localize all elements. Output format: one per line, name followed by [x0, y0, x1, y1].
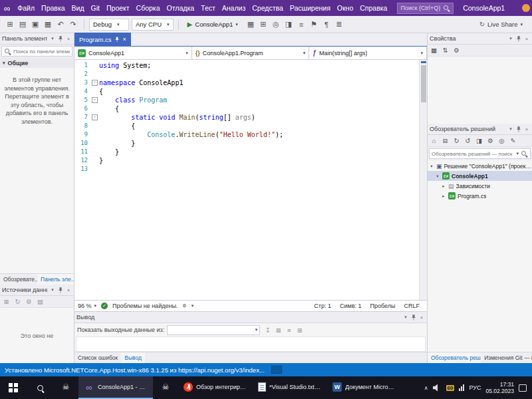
code-line[interactable]: 10 } — [74, 139, 419, 148]
code-line[interactable]: 12} — [74, 156, 419, 165]
code-editor[interactable]: 1using System;23-namespace ConsoleApp14{… — [74, 60, 427, 300]
notification-badge-icon[interactable] — [522, 4, 530, 12]
redo-icon[interactable]: ↷ — [67, 19, 79, 31]
chevron-up-icon[interactable]: ∧ — [424, 385, 428, 391]
clear-all-icon[interactable]: ⊠ — [273, 325, 283, 335]
menu-item[interactable]: Расширения — [287, 0, 334, 16]
tab-server-explorer[interactable]: Обозревате... — [0, 274, 37, 285]
code-line[interactable]: 13 — [74, 165, 419, 174]
expand-arrow-icon[interactable]: ▸ — [441, 194, 446, 199]
code-line[interactable]: 6 { — [74, 104, 419, 113]
scrollbar-thumb[interactable] — [421, 65, 426, 102]
chevron-down-icon[interactable]: ▾ — [49, 36, 56, 41]
taskbar-item[interactable]: WДокумент Microso... — [327, 376, 402, 399]
menu-item[interactable]: Отладка — [164, 0, 198, 16]
expand-arrow-icon[interactable]: ▸ — [441, 184, 446, 189]
comment-icon[interactable]: ¶ — [321, 19, 332, 31]
menu-item[interactable]: Средства — [249, 0, 287, 16]
tree-item[interactable]: ▾C#ConsoleApp1 — [428, 171, 532, 181]
taskbar-search-button[interactable] — [27, 376, 53, 399]
gear-icon[interactable]: ⚙ — [182, 303, 186, 309]
menu-item[interactable]: Справка — [356, 0, 390, 16]
home-icon[interactable]: ⌂ — [429, 136, 439, 146]
taskbar-item[interactable]: ☠ — [53, 376, 78, 399]
action-center-icon[interactable] — [519, 384, 527, 392]
tab-toolbox[interactable]: Панель эле... — [37, 274, 74, 285]
menu-item[interactable]: Правка — [38, 0, 68, 16]
language-indicator[interactable]: РУС — [469, 384, 481, 391]
menu-item[interactable]: Окно — [334, 0, 356, 16]
spaces-indicator[interactable]: Пробелы — [370, 303, 396, 309]
zoom-control[interactable]: 96 % ▾ — [78, 303, 96, 309]
volume-icon[interactable] — [433, 384, 442, 392]
show-all-files-icon[interactable]: ◨ — [474, 136, 484, 146]
test-explorer-icon[interactable]: ⊞ — [257, 19, 269, 31]
toggle-panel-icon[interactable]: ⊞ — [295, 325, 305, 335]
tab-git-changes[interactable]: Изменения Git — п... — [481, 352, 532, 363]
properties-toggle-icon[interactable]: ≡ — [295, 19, 307, 31]
undo-icon[interactable]: ↶ — [55, 19, 66, 31]
fold-toggle-icon[interactable]: - — [92, 114, 98, 120]
quick-search-box[interactable]: Поиск (Ctrl+Q) — [397, 3, 454, 14]
goto-message-icon[interactable]: ↧ — [263, 325, 273, 335]
live-share-button[interactable]: ↻ Live Share ▾ — [474, 21, 528, 28]
find-in-files-icon[interactable]: ◎ — [270, 19, 282, 31]
code-line[interactable]: 3-namespace ConsoleApp1 — [74, 78, 419, 87]
save-all-icon[interactable]: ▦ — [42, 19, 54, 31]
tab-solution-explorer[interactable]: Обозреватель реше... — [428, 352, 481, 363]
chevron-down-icon[interactable]: ▾ — [507, 36, 514, 41]
close-icon[interactable]: × — [123, 36, 126, 43]
battery-indicator[interactable]: 60 — [446, 385, 455, 391]
chevron-down-icon[interactable]: ▾ — [507, 126, 514, 132]
categorized-icon[interactable]: ▦ — [429, 45, 439, 55]
add-data-source-icon[interactable]: ⊞ — [1, 297, 11, 307]
pin-icon[interactable] — [115, 37, 120, 42]
fold-toggle-icon[interactable]: - — [92, 80, 98, 86]
start-debugging-button[interactable]: ▶ ConsoleApp1 ▾ — [184, 19, 242, 31]
toolbox-section-general[interactable]: ▾ Общие — [0, 58, 74, 68]
pin-icon[interactable] — [58, 36, 63, 42]
save-icon[interactable]: ▣ — [29, 19, 41, 31]
preview-icon[interactable]: ◎ — [497, 136, 507, 146]
expand-arrow-icon[interactable]: ▾ — [435, 174, 440, 179]
type-dropdown[interactable]: {} ConsoleApp1.Program ▾ — [192, 47, 310, 59]
pin-icon[interactable] — [516, 36, 521, 42]
debug-tool-icon[interactable]: ▦ — [245, 19, 257, 31]
toolbox-search-input[interactable]: Поиск по панели элемен — [1, 46, 72, 57]
editor-scrollbar[interactable] — [419, 60, 427, 300]
property-pages-icon[interactable]: ⚙ — [452, 45, 462, 55]
properties-icon[interactable]: ⚙ — [485, 136, 495, 146]
output-content[interactable] — [76, 336, 426, 352]
configuration-dropdown[interactable]: Debug ▾ — [89, 19, 129, 31]
output-source-dropdown[interactable]: ▾ — [167, 325, 260, 335]
refresh-icon[interactable]: ↺ — [463, 136, 473, 146]
taskbar-item[interactable]: Обзор интегриров... — [178, 376, 253, 399]
pin-icon[interactable] — [411, 315, 416, 321]
close-icon[interactable]: × — [523, 37, 530, 41]
pin-icon[interactable] — [516, 126, 521, 132]
code-line[interactable]: 1using System; — [74, 61, 419, 70]
close-icon[interactable]: × — [65, 37, 72, 41]
code-line[interactable]: 7- static void Main(string[] args) — [74, 113, 419, 122]
close-icon[interactable]: × — [65, 288, 72, 293]
menu-item[interactable]: Анализ — [219, 0, 249, 16]
tree-item[interactable]: ▸C#Program.cs — [428, 191, 532, 201]
fold-toggle-icon[interactable]: - — [92, 97, 98, 103]
code-line[interactable]: 2 — [74, 70, 419, 78]
clock[interactable]: 17:31 05.02.2023 — [485, 381, 514, 394]
word-wrap-icon[interactable]: ≡ — [284, 325, 294, 335]
close-icon[interactable]: × — [523, 127, 530, 132]
pin-icon[interactable] — [58, 287, 63, 293]
edit-icon[interactable]: ✎ — [508, 136, 518, 146]
tree-item[interactable]: ▾▣Решение "ConsoleApp1" (проекты: 1 из 1… — [428, 161, 532, 171]
menu-item[interactable]: Тест — [198, 0, 219, 16]
taskbar-item[interactable]: ☠ — [153, 376, 178, 399]
solution-explorer-toggle-icon[interactable]: ◨ — [283, 19, 295, 31]
chevron-down-icon[interactable]: ▾ — [402, 315, 409, 320]
code-line[interactable]: 8 { — [74, 122, 419, 130]
refresh-icon[interactable]: ↻ — [13, 297, 23, 307]
menu-item[interactable]: Проект — [103, 0, 133, 16]
menu-item[interactable]: Файл — [14, 0, 38, 16]
new-project-icon[interactable]: ⊞ — [4, 19, 16, 31]
tab-error-list[interactable]: Список ошибок — [74, 352, 121, 363]
